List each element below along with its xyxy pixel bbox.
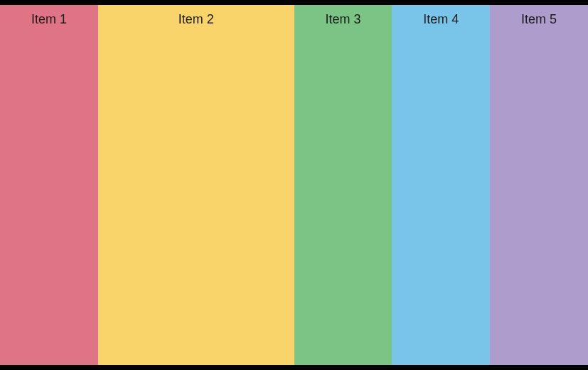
item-label: Item 3 <box>325 12 360 26</box>
flex-container: Item 1 Item 2 Item 3 Item 4 Item 5 <box>0 5 588 365</box>
flex-item-5: Item 5 <box>490 5 588 365</box>
item-label: Item 1 <box>31 12 67 26</box>
item-label: Item 4 <box>423 12 459 26</box>
item-label: Item 2 <box>178 12 214 26</box>
item-label: Item 5 <box>521 12 557 26</box>
flex-item-2: Item 2 <box>98 5 294 365</box>
flex-item-1: Item 1 <box>0 5 98 365</box>
flex-item-4: Item 4 <box>392 5 490 365</box>
flex-item-3: Item 3 <box>294 5 392 365</box>
